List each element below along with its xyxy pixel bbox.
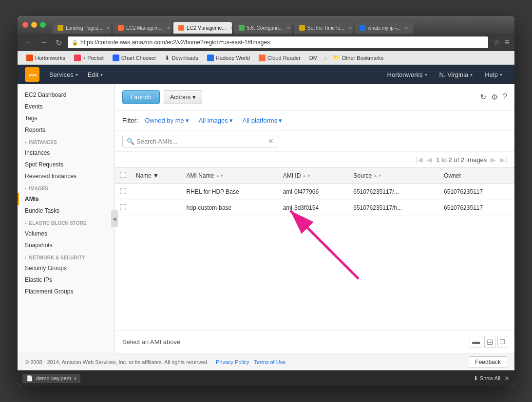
last-page-btn[interactable]: ▶| xyxy=(500,156,507,164)
tab-ec2-1[interactable]: EC2 Managem... ✕ xyxy=(113,22,171,34)
sidebar-item-reports[interactable]: Reports xyxy=(18,124,114,136)
sidebar-item-spot-requests[interactable]: Spot Requests xyxy=(18,159,114,170)
bookmark-hortonworks[interactable]: Hortonworks xyxy=(22,53,69,63)
sidebar-item-volumes[interactable]: Volumes xyxy=(18,228,114,239)
bookmark-other[interactable]: 📁 Other Bookmarks xyxy=(329,53,388,62)
actions-chevron-icon: ▾ xyxy=(192,93,196,101)
row-2-checkbox[interactable] xyxy=(120,204,126,210)
bookmark-hadoop-world[interactable]: Hadoop World xyxy=(203,53,254,63)
sidebar-item-tags[interactable]: Tags xyxy=(18,112,114,124)
maximize-button[interactable] xyxy=(40,22,46,28)
refresh-button[interactable]: ↻ xyxy=(54,37,64,48)
close-button[interactable] xyxy=(22,22,28,28)
help-menu[interactable]: Help ▾ xyxy=(480,69,507,81)
launch-button[interactable]: Launch xyxy=(122,90,160,104)
footer-links: Privacy Policy Terms of Use xyxy=(216,359,285,365)
refresh-icon[interactable]: ↻ xyxy=(480,92,486,102)
col-header-name: Name ▼ xyxy=(131,168,182,184)
sidebar-item-elastic-ips[interactable]: Elastic IPs xyxy=(18,274,114,286)
view-detail-icon[interactable]: ▬ xyxy=(470,336,482,348)
row-1-ami-name: RHEL for HDP Base xyxy=(182,184,278,200)
filter-owned-btn[interactable]: Owned by me ▾ xyxy=(142,115,192,126)
bookmark-pocket[interactable]: + Pocket xyxy=(70,53,108,63)
col-header-ami-id: AMI ID ▲▼ xyxy=(278,168,349,184)
minimize-button[interactable] xyxy=(31,22,37,28)
search-input[interactable] xyxy=(136,138,268,145)
footer: © 2008 - 2014, Amazon Web Services, Inc.… xyxy=(18,353,514,370)
url-bar[interactable]: 🔒 https://console.aws.amazon.com/ec2/v2/… xyxy=(68,37,488,48)
terms-of-use-link[interactable]: Terms of Use xyxy=(254,359,285,365)
search-clear-icon[interactable]: ✕ xyxy=(268,137,274,145)
tab-landing-pages[interactable]: Landing Pages... ✕ xyxy=(53,22,111,34)
row-1-name xyxy=(131,184,182,200)
table-row[interactable]: hdp-custom-base ami-3d3f0154 65107623511… xyxy=(115,200,514,216)
edit-menu[interactable]: Edit ▾ xyxy=(83,69,108,81)
browser-menu[interactable]: ≡ xyxy=(504,37,510,48)
table-row[interactable]: RHEL for HDP Base ami-0f477966 651076235… xyxy=(115,184,514,200)
address-bar: ← → ↻ 🔒 https://console.aws.amazon.com/e… xyxy=(18,34,514,51)
sidebar-item-instances[interactable]: Instances xyxy=(18,147,114,159)
search-icon: 🔍 xyxy=(127,138,134,145)
aws-navigation: AWS Services ▾ Edit ▾ Hortonworks ▾ N. V… xyxy=(18,65,514,84)
actions-button[interactable]: Actions ▾ xyxy=(164,90,203,104)
view-full-icon[interactable]: □ xyxy=(497,336,507,348)
row-2-source: 651076235117/h... xyxy=(348,200,439,216)
row-1-checkbox[interactable] xyxy=(120,188,126,194)
select-all-checkbox[interactable] xyxy=(120,172,126,178)
help-icon[interactable]: ? xyxy=(503,92,507,102)
row-2-owner: 651076235117 xyxy=(439,200,514,216)
account-menu[interactable]: Hortonworks ▾ xyxy=(382,69,432,81)
bookmark-chart-chooser[interactable]: Chart Chooser xyxy=(109,53,160,63)
sidebar-item-security-groups[interactable]: Security Groups xyxy=(18,262,114,274)
sidebar-item-bundle-tasks[interactable]: Bundle Tasks xyxy=(18,205,114,217)
bookmark-dm[interactable]: DM xyxy=(305,54,322,62)
view-icons: ▬ ⊟ □ xyxy=(470,336,507,348)
filter-owned-chevron: ▾ xyxy=(186,117,189,124)
footer-copyright: © 2008 - 2014, Amazon Web Services, Inc.… xyxy=(25,359,209,365)
name-filter-icon[interactable]: ▼ xyxy=(153,172,159,179)
download-file-icon: 📄 xyxy=(26,375,33,382)
forward-button[interactable]: → xyxy=(38,37,50,48)
view-split-icon[interactable]: ⊟ xyxy=(484,336,495,348)
settings-icon[interactable]: ⚙ xyxy=(491,92,498,102)
prev-page-btn[interactable]: ◀ xyxy=(427,156,432,164)
sidebar-item-snapshots[interactable]: Snapshots xyxy=(18,239,114,251)
tab-set-time[interactable]: Set the Time fo... ✕ xyxy=(294,22,353,34)
bookmark-downloads[interactable]: ⬇ Downloads xyxy=(161,53,202,63)
col-header-source: Source ▲▼ xyxy=(348,168,439,184)
bookmark-cloud-reader[interactable]: Cloud Reader xyxy=(255,53,304,63)
ami-id-sort-icon[interactable]: ▲▼ xyxy=(302,173,311,178)
filter-images-chevron: ▾ xyxy=(229,117,233,124)
tab-config[interactable]: 5.6. Configurin... ✕ xyxy=(234,22,292,34)
next-page-btn[interactable]: ▶ xyxy=(491,156,496,164)
bookmark-star[interactable]: ☆ xyxy=(494,38,500,46)
sidebar-item-placement-groups[interactable]: Placement Groups xyxy=(18,286,114,297)
source-sort-icon[interactable]: ▲▼ xyxy=(373,173,382,178)
ami-name-sort-icon[interactable]: ▲▼ xyxy=(215,173,224,178)
first-page-btn[interactable]: |◀ xyxy=(416,156,423,164)
status-bar-close[interactable]: ✕ xyxy=(504,375,510,382)
sidebar-collapse-btn[interactable]: ◀ xyxy=(111,210,118,227)
filter-images-btn[interactable]: All images ▾ xyxy=(196,115,236,126)
sidebar-item-amis[interactable]: AMIs xyxy=(18,193,114,205)
select-ami-text: Select an AMI above xyxy=(122,338,180,346)
row-1-ami-id: ami-0f477966 xyxy=(278,184,349,200)
back-button[interactable]: ← xyxy=(22,37,34,48)
filter-platforms-btn[interactable]: All platforms ▾ xyxy=(240,115,285,126)
sidebar-item-events[interactable]: Events xyxy=(18,101,114,112)
sidebar-item-ec2-dashboard[interactable]: EC2 Dashboard xyxy=(18,89,114,101)
feedback-button[interactable]: Feedback xyxy=(469,356,507,368)
tab-ec2-active[interactable]: EC2 Manageme... ✕ xyxy=(173,22,232,34)
region-menu[interactable]: N. Virginia ▾ xyxy=(435,69,478,81)
privacy-policy-link[interactable]: Privacy Policy xyxy=(216,359,249,365)
sidebar-item-reserved-instances[interactable]: Reserved Instances xyxy=(18,170,114,182)
sidebar-section-ebs: ▪ ELASTIC BLOCK STORE xyxy=(18,217,114,228)
tab-whats-my-ip[interactable]: whats my ip -... ✕ xyxy=(355,22,413,34)
bookmarks-bar: Hortonworks + Pocket Chart Chooser ⬇ Dow… xyxy=(18,51,514,65)
services-menu[interactable]: Services ▾ xyxy=(44,69,83,81)
content-pane: Launch Actions ▾ ↻ ⚙ ? Filter: Owned by … xyxy=(115,84,514,353)
search-wrapper: 🔍 ✕ xyxy=(122,135,278,147)
filter-bar: Filter: Owned by me ▾ All images ▾ All p… xyxy=(115,110,514,131)
show-all-button[interactable]: ⬇ Show All xyxy=(474,375,500,382)
download-chevron-icon[interactable]: ▾ xyxy=(74,376,76,381)
